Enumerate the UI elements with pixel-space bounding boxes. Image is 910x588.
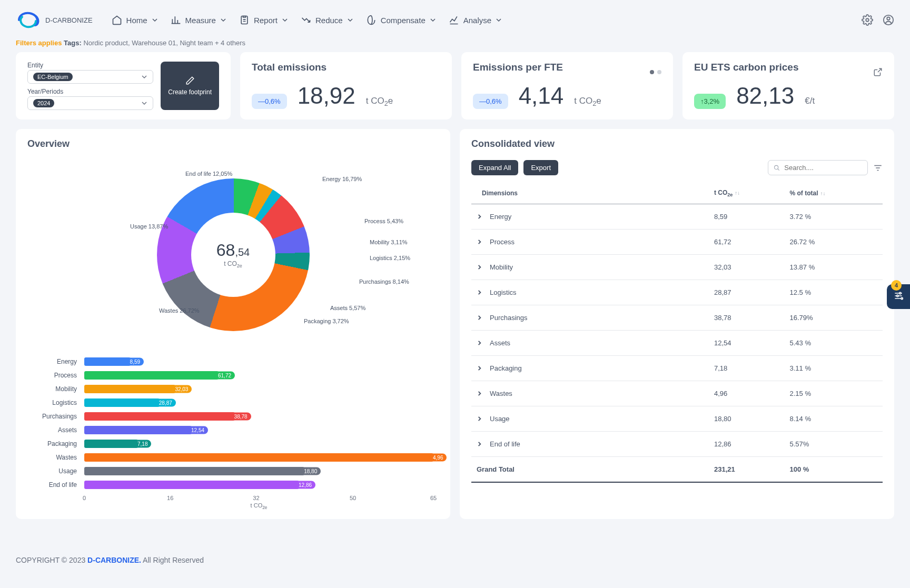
bar-row: Wastes4,96 [27,451,433,464]
bar-track: 38,78 [84,412,433,421]
filters-applied-label: Filters applies [16,39,62,47]
bar-chart: Energy8,59Process61,72Mobility32,03Logis… [27,355,439,510]
external-link-icon[interactable] [873,67,883,77]
chevron-right-icon[interactable] [477,239,482,245]
nav-reduce[interactable]: Reduce [301,15,353,25]
bar-row: Packaging7,18 [27,437,433,451]
logo[interactable]: D-CARBONIZE [16,11,93,29]
donut-slice-label: Usage 13,87% [130,223,168,230]
dimensions-table: Dimensions t CO2e↑↓ % of total↑↓ Energy8… [471,183,883,483]
search-box[interactable] [768,160,868,175]
table-row[interactable]: End of life12,865.57% [471,432,883,457]
consolidated-title: Consolidated view [471,138,883,150]
bar-category-label: Packaging [27,440,80,447]
col-tco2[interactable]: t CO2e [714,189,733,196]
dim-pct: 8.14 % [786,406,883,432]
user-icon[interactable] [883,14,894,26]
kpi-delta-badge: —0,6% [252,94,287,109]
bar-value-label: 12,86 [295,481,315,489]
table-row[interactable]: Logistics28,8712.5 % [471,280,883,305]
filters-tags-label: Tags: [64,39,82,47]
chevron-right-icon[interactable] [477,391,482,396]
year-label: Year/Periods [27,88,153,95]
nav-label: Measure [185,16,216,25]
dim-label: Mobility [490,263,513,271]
nav-label: Analyse [463,16,491,25]
chevron-down-icon [282,17,288,23]
bar-track: 18,80 [84,467,433,475]
bar-fill [84,426,192,434]
bar-category-label: Wastes [27,454,80,461]
bar-row: Mobility32,03 [27,382,433,396]
search-input[interactable] [784,164,862,172]
chevron-right-icon[interactable] [477,416,482,422]
settings-icon[interactable] [862,14,873,26]
grand-pct: 100 % [786,457,883,483]
bar-value-label: 8,59 [126,358,144,366]
bar-category-label: Energy [27,358,80,365]
kpi-ets-prices: EU ETS carbon prices ↑3,2% 82,13 €/t [682,52,894,119]
table-row[interactable]: Assets12,545.43 % [471,331,883,356]
dim-value: 32,03 [710,255,786,280]
table-row[interactable]: Wastes4,962.15 % [471,381,883,406]
chevron-right-icon[interactable] [477,214,482,220]
x-tick: 16 [167,495,173,501]
expand-all-button[interactable]: Expand All [471,160,518,175]
dim-value: 8,59 [710,204,786,230]
filters-tags[interactable]: Nordic product, Warehouse 01, Night team… [83,39,245,47]
create-footprint-button[interactable]: Create footprint [161,62,219,110]
bar-track: 12,86 [84,481,433,489]
bar-fill [84,357,131,366]
table-row[interactable]: Process61,7226.72 % [471,230,883,255]
entity-select[interactable]: EC-Belgium [27,70,153,84]
nav-compensate[interactable]: Compensate [366,15,436,25]
filter-icon[interactable] [873,163,883,173]
chevron-right-icon[interactable] [477,290,482,295]
table-row[interactable]: Purchasings38,7816.79% [471,305,883,331]
chevron-right-icon[interactable] [477,264,482,270]
dim-value: 12,86 [710,432,786,457]
kpi-title: Emissions per FTE [473,62,563,73]
bar-track: 4,96 [84,453,433,462]
table-row[interactable]: Packaging7,183.11 % [471,356,883,381]
donut-unit: t CO2e [224,260,242,268]
nav-analyse[interactable]: Analyse [449,15,502,25]
dim-value: 38,78 [710,305,786,331]
sort-icon[interactable]: ↑↓ [820,191,826,196]
side-widget[interactable]: 4 [887,284,910,309]
bar-category-label: Assets [27,426,80,434]
year-select[interactable]: 2024 [27,96,153,110]
export-button[interactable]: Export [523,160,558,175]
chevron-right-icon[interactable] [477,441,482,447]
svg-point-6 [897,295,898,296]
table-row[interactable]: Usage18,808.14 % [471,406,883,432]
kpi-delta-badge: ↑3,2% [694,94,726,109]
chevron-right-icon[interactable] [477,365,482,371]
col-pct[interactable]: % of total [790,190,818,197]
bar-fill [84,385,175,393]
bar-fill [84,453,433,462]
donut-center: 68,54 t CO2e [191,213,275,297]
chevron-right-icon[interactable] [477,315,482,321]
table-row[interactable]: Energy8,593.72 % [471,204,883,230]
bar-fill [84,481,299,489]
donut-slice-label: Wastes 26,72% [159,307,200,314]
create-label: Create footprint [168,88,212,96]
chevron-right-icon[interactable] [477,340,482,346]
entity-card: Entity EC-Belgium Year/Periods 2024 Cr [16,52,231,119]
sort-icon[interactable]: ↑↓ [735,190,740,196]
svg-point-3 [887,17,890,21]
nav-report[interactable]: Report [239,15,288,25]
dot [657,70,661,74]
chevron-down-icon [152,17,158,23]
chevron-down-icon [430,17,436,23]
bar-value-label: 4,96 [429,454,447,462]
nav-measure[interactable]: Measure [171,15,226,25]
nav-home[interactable]: Home [112,15,158,25]
table-row[interactable]: Mobility32,0313.87 % [471,255,883,280]
x-tick: 50 [350,495,356,501]
carousel-dots[interactable] [650,70,661,74]
dim-pct: 13.87 % [786,255,883,280]
dim-pct: 12.5 % [786,280,883,305]
col-dimensions[interactable]: Dimensions [482,190,518,197]
